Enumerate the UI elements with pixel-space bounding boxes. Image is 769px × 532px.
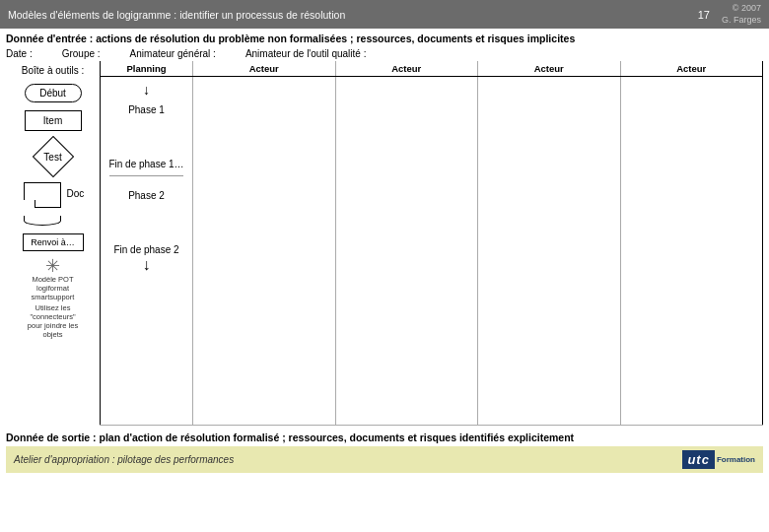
doc-fold <box>24 200 35 208</box>
page-number: 17 <box>698 9 710 21</box>
connector-text3: smartsupport <box>32 293 75 301</box>
connector-text1: Modèle POT <box>32 275 73 284</box>
col-header-acteur4: Acteur <box>621 61 764 76</box>
bottom-section: Donnée de sortie : plan d'action de réso… <box>0 426 769 476</box>
fin-phase2-label: Fin de phase 2 <box>113 244 178 255</box>
doc-wave <box>24 216 61 226</box>
utc-box: utc <box>682 450 715 469</box>
shape-test[interactable]: Test <box>26 139 80 174</box>
connector-text2: logiformat <box>36 284 69 293</box>
col-header-acteur1: Acteur <box>193 61 336 76</box>
test-label: Test <box>43 152 61 163</box>
planning-inner: ↓ Phase 1 Fin de phase 1… Phase 2 Fin de… <box>103 81 190 421</box>
subtitle: Donnée d'entrée : actions de résolution … <box>0 29 769 46</box>
phase1-label: Phase 1 <box>128 104 165 115</box>
shape-renvoi[interactable]: Renvoi à… <box>23 233 84 251</box>
toolbox-label: Boîte à outils : <box>22 65 84 76</box>
shape-connector[interactable]: ✳ Modèle POT logiformat smartsupport Uti… <box>24 257 83 306</box>
copyright: © 2007 G. Farges <box>722 3 761 26</box>
col-acteur4-body <box>621 77 764 425</box>
diagram-body: ↓ Phase 1 Fin de phase 1… Phase 2 Fin de… <box>100 77 763 426</box>
workshop-label: Atelier d'appropriation : pilotage des p… <box>14 454 234 465</box>
formation-label: Formation <box>717 455 755 464</box>
arrow-start: ↓ <box>143 83 150 97</box>
connector-star-icon: ✳ <box>45 257 60 275</box>
doc-label: Doc <box>67 188 85 199</box>
animateur-general-label: Animateur général : <box>130 48 216 59</box>
shape-doc[interactable]: Doc <box>24 182 83 226</box>
animateur-outil-label: Animateur de l'outil qualité : <box>245 48 367 59</box>
arrow-down-icon: ↓ <box>143 257 151 273</box>
date-label: Date : <box>6 48 33 59</box>
shape-debut[interactable]: Début <box>25 84 82 102</box>
planning-divider <box>109 175 184 176</box>
phase2-label: Phase 2 <box>128 190 165 201</box>
meta-row: Date : Groupe : Animateur général : Anim… <box>0 46 769 61</box>
groupe-label: Groupe : <box>62 48 101 59</box>
footer-workshop: Atelier d'appropriation : pilotage des p… <box>6 446 763 473</box>
col-acteur2-body <box>336 77 479 425</box>
connector-hint: Utilisez les "connecteurs" pour joindre … <box>24 303 83 339</box>
main-layout: Boîte à outils : Début Item Test Doc Ren… <box>0 61 769 426</box>
col-header-acteur3: Acteur <box>478 61 621 76</box>
col-planning-body: ↓ Phase 1 Fin de phase 1… Phase 2 Fin de… <box>100 77 193 425</box>
header-title: Modèles d'éléments de logigramme : ident… <box>8 9 686 21</box>
col-header-acteur2: Acteur <box>336 61 479 76</box>
diagram-area: Planning Acteur Acteur Acteur Acteur ↓ P… <box>100 61 763 426</box>
header-bar: Modèles d'éléments de logigramme : ident… <box>0 0 769 29</box>
col-acteur1-body <box>193 77 336 425</box>
toolbox: Boîte à outils : Début Item Test Doc Ren… <box>6 61 100 426</box>
col-header-planning: Planning <box>100 61 193 76</box>
diagram-header-row: Planning Acteur Acteur Acteur Acteur <box>100 61 763 77</box>
utc-logo: utc Formation <box>682 450 755 469</box>
col-acteur3-body <box>478 77 621 425</box>
fin-phase1-label: Fin de phase 1… <box>108 159 183 169</box>
shape-item[interactable]: Item <box>25 110 82 131</box>
footer-data-out: Donnée de sortie : plan d'action de réso… <box>6 429 763 446</box>
